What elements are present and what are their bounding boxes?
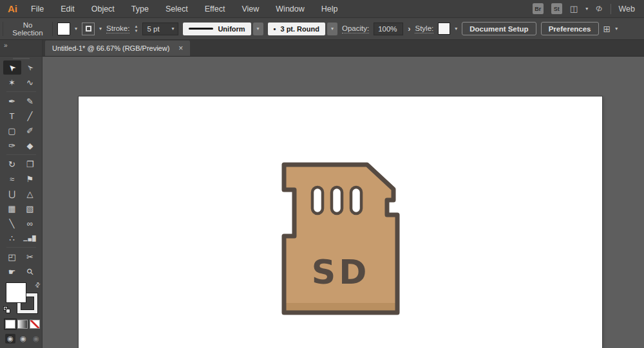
share-screen-icon[interactable]: Φ — [594, 4, 603, 14]
eraser-tool-icon: ◆ — [27, 141, 33, 151]
stroke-weight-value: 5 pt — [147, 25, 159, 33]
opacity-flyout-arrow-icon[interactable]: › — [408, 24, 410, 33]
toolbar-divider — [6, 247, 36, 248]
eyedropper-tool-icon: ╲ — [10, 219, 15, 228]
slice-tool[interactable]: ✂ — [21, 250, 39, 264]
workspace-switcher[interactable]: Web — [619, 5, 635, 14]
default-fill-stroke-icon[interactable] — [3, 306, 10, 313]
stroke-color-swatch[interactable] — [82, 23, 95, 35]
document-setup-button[interactable]: Document Setup — [462, 22, 536, 35]
eraser-tool[interactable]: ◆ — [21, 138, 39, 152]
shaper-tool[interactable]: ✑ — [3, 138, 21, 152]
column-graph-tool[interactable]: ▁▄█ — [21, 231, 39, 245]
close-tab-icon[interactable]: × — [178, 44, 183, 53]
swap-fill-stroke-icon[interactable]: ⇄ — [33, 280, 42, 289]
shape-builder-tool-icon: ⋃ — [8, 189, 15, 199]
stroke-chevron-icon[interactable]: ▾ — [99, 26, 102, 32]
stock-button[interactable]: St — [551, 3, 562, 14]
gradient-tool[interactable]: ▧ — [21, 201, 39, 215]
fill-color-swatch[interactable] — [57, 23, 70, 35]
symbol-sprayer-tool[interactable]: ∴ — [3, 231, 21, 245]
document-tab[interactable]: Untitled-1* @ 66.67% (RGB/Preview) × — [45, 41, 190, 56]
collapse-panel-icon[interactable]: » — [4, 42, 8, 49]
opacity-value: 100% — [378, 25, 397, 33]
scale-tool[interactable]: ❐ — [21, 157, 39, 171]
curvature-tool[interactable]: ✎ — [21, 94, 39, 108]
width-profile-chevron-icon[interactable]: ▾ — [253, 23, 263, 35]
rotate-tool[interactable]: ↻ — [3, 157, 21, 171]
menu-select[interactable]: Select — [157, 5, 196, 14]
sd-card-artwork[interactable]: SD — [280, 161, 402, 319]
blend-tool[interactable]: ∞ — [21, 216, 39, 230]
selection-tool[interactable]: ➤ — [3, 60, 21, 75]
fill-chevron-icon[interactable]: ▾ — [75, 26, 77, 32]
illustrator-window: Ai File Edit Object Type Select Effect V… — [0, 0, 644, 348]
arrange-documents-chevron-icon[interactable]: ▾ — [585, 6, 588, 12]
opacity-field[interactable]: 100% — [374, 23, 403, 35]
mesh-tool-icon: ▦ — [8, 204, 15, 214]
shape-builder-tool[interactable]: ⋃ — [3, 187, 21, 201]
hand-tool[interactable]: ☛ — [3, 264, 21, 279]
pen-tool[interactable]: ✒ — [3, 94, 21, 108]
style-label[interactable]: Style: — [415, 24, 433, 33]
gradient-button[interactable] — [17, 320, 28, 329]
style-swatch[interactable] — [438, 23, 450, 35]
brush-chevron-icon[interactable]: ▾ — [327, 23, 337, 35]
stepper-up-icon[interactable]: ▲ — [134, 24, 138, 28]
menu-view[interactable]: View — [233, 5, 267, 14]
pasteboard[interactable]: SD — [43, 57, 644, 348]
artboard[interactable]: SD — [79, 96, 602, 348]
width-tool[interactable]: ≈ — [3, 172, 21, 186]
zoom-tool-icon: ⚲ — [24, 266, 35, 277]
draw-inside-button[interactable]: ◉ — [31, 334, 41, 343]
lasso-tool[interactable]: ∿ — [21, 75, 39, 89]
rectangle-tool[interactable]: ▢ — [3, 124, 21, 138]
perspective-grid-tool[interactable]: △ — [21, 187, 39, 201]
brush-dropdown[interactable]: • 3 pt. Round — [268, 23, 325, 35]
arrange-documents-icon[interactable]: ◫ — [570, 5, 578, 13]
preferences-button[interactable]: Preferences — [541, 22, 599, 35]
width-profile-dropdown[interactable]: Uniform — [183, 23, 251, 35]
tools-panel: » ➤ ➢ ✶ ∿ ✒ ✎ T ╱ ▢ ✐ ✑ ◆ ↻ ❐ ≈ ⚑ — [0, 40, 43, 348]
menu-edit[interactable]: Edit — [52, 5, 83, 14]
menu-window[interactable]: Window — [267, 5, 312, 14]
puppet-warp-tool[interactable]: ⚑ — [21, 172, 39, 186]
eyedropper-tool[interactable]: ╲ — [3, 216, 21, 230]
zoom-tool[interactable]: ⚲ — [21, 264, 39, 279]
direct-selection-tool[interactable]: ➢ — [21, 60, 39, 75]
control-bar: No Selection ▾ ▾ Stroke: ▲ ▼ 5 pt ▾ Unif… — [0, 18, 644, 40]
color-button[interactable] — [5, 320, 15, 329]
magic-wand-tool[interactable]: ✶ — [3, 75, 21, 89]
stepper-down-icon[interactable]: ▼ — [134, 29, 138, 33]
menu-file[interactable]: File — [23, 5, 52, 14]
shaper-tool-icon: ✑ — [8, 141, 15, 151]
artboard-tool[interactable]: ◰ — [3, 250, 21, 264]
tool-grid: ➤ ➢ ✶ ∿ ✒ ✎ T ╱ ▢ ✐ ✑ ◆ ↻ ❐ ≈ ⚑ ⋃ △ ▦ — [0, 60, 42, 279]
perspective-grid-tool-icon: △ — [27, 189, 33, 199]
paintbrush-tool[interactable]: ✐ — [21, 124, 39, 138]
menu-effect[interactable]: Effect — [196, 5, 234, 14]
mesh-tool[interactable]: ▦ — [3, 201, 21, 215]
none-button[interactable] — [30, 320, 40, 329]
width-profile-value: Uniform — [218, 25, 245, 33]
menu-type[interactable]: Type — [123, 5, 157, 14]
align-options-icon[interactable]: ⊞ — [603, 24, 611, 33]
sd-card-slot — [312, 187, 323, 214]
stroke-label[interactable]: Stroke: — [106, 24, 129, 33]
fill-proxy-swatch[interactable] — [6, 282, 26, 303]
align-chevron-icon[interactable]: ▾ — [615, 26, 618, 32]
symbol-sprayer-tool-icon: ∴ — [9, 234, 14, 243]
menu-bar: Ai File Edit Object Type Select Effect V… — [0, 0, 644, 18]
opacity-label[interactable]: Opacity: — [342, 24, 369, 33]
stroke-weight-field[interactable]: 5 pt ▾ — [142, 23, 178, 35]
menu-object[interactable]: Object — [83, 5, 123, 14]
type-tool[interactable]: T — [3, 109, 21, 123]
stroke-weight-stepper[interactable]: ▲ ▼ — [134, 24, 138, 33]
style-chevron-icon[interactable]: ▾ — [455, 26, 457, 32]
line-segment-tool[interactable]: ╱ — [21, 109, 39, 123]
draw-normal-button[interactable]: ◉ — [5, 334, 15, 343]
stroke-weight-chevron-icon[interactable]: ▾ — [171, 26, 174, 32]
menu-help[interactable]: Help — [313, 5, 346, 14]
bridge-button[interactable]: Br — [533, 3, 544, 14]
draw-behind-button[interactable]: ◉ — [18, 334, 28, 343]
